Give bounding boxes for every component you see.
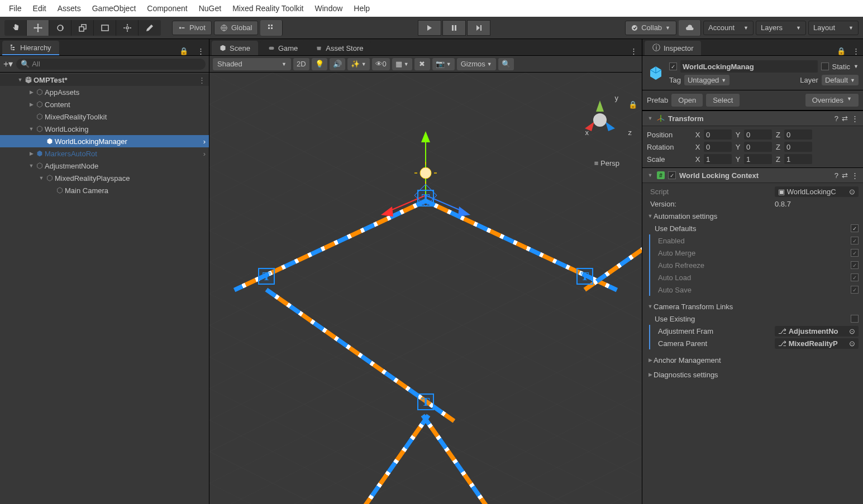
anchor-management-header[interactable]: Anchor Management <box>654 356 721 364</box>
automerge-checkbox[interactable]: ✓ <box>851 249 859 257</box>
scale-x[interactable] <box>704 154 732 164</box>
camera-toggle[interactable]: 📷▼ <box>432 58 455 70</box>
help-icon[interactable]: ? <box>835 114 838 123</box>
audio-toggle[interactable]: 🔊 <box>330 58 345 70</box>
menu-gameobject[interactable]: GameObject <box>88 2 141 15</box>
lock-icon[interactable]: 🔒 <box>175 47 193 55</box>
tree-item-playspace[interactable]: ▼MixedRealityPlayspace <box>0 172 209 184</box>
pos-z[interactable] <box>784 129 812 140</box>
pivot-toggle[interactable]: Pivot <box>172 21 212 35</box>
tools-toggle[interactable]: ✖ <box>414 58 430 70</box>
fx-toggle[interactable]: ✨▼ <box>347 58 370 70</box>
panel-menu-icon[interactable]: ⋮ <box>193 47 209 55</box>
move-tool[interactable] <box>27 20 49 36</box>
component-menu-icon[interactable]: ⋮ <box>851 171 859 180</box>
anchor-marker[interactable]: T <box>258 268 275 285</box>
scene-viewport[interactable]: T T T T y x z ≡ Persp 🔒 <box>209 73 642 504</box>
scene-root[interactable]: ▼ OMPTest* ⋮ <box>0 74 209 86</box>
cloud-button[interactable] <box>679 20 701 36</box>
move-gizmo[interactable] <box>370 128 481 240</box>
camera-links-header[interactable]: Camera Transform Links <box>654 303 733 311</box>
enabled-checkbox[interactable]: ✓ <box>851 237 859 244</box>
persp-label[interactable]: ≡ Persp <box>594 159 619 167</box>
wlc-header[interactable]: ▼ # ✓ World Locking Context ? ⇄ ⋮ <box>642 167 863 183</box>
step-button[interactable] <box>467 20 490 36</box>
script-field[interactable]: ▣ WorldLockingC⊙ <box>775 186 859 197</box>
use-defaults-checkbox[interactable]: ✓ <box>851 224 859 232</box>
menu-assets[interactable]: Assets <box>53 2 85 15</box>
play-button[interactable] <box>418 20 441 36</box>
pos-x[interactable] <box>704 129 732 140</box>
panel-menu-icon[interactable]: ⋮ <box>849 47 863 55</box>
menu-file[interactable]: File <box>4 2 26 15</box>
transform-tool[interactable] <box>116 20 139 36</box>
scale-tool[interactable] <box>71 20 94 36</box>
tree-item-mrtk[interactable]: MixedRealityToolkit <box>0 111 209 123</box>
custom-tool[interactable] <box>139 20 161 36</box>
scale-y[interactable] <box>744 154 772 164</box>
autorefreeze-checkbox[interactable]: ✓ <box>851 261 859 269</box>
tree-item-wlmanager[interactable]: WorldLockingManager› <box>0 135 209 147</box>
active-checkbox[interactable]: ✓ <box>669 63 677 70</box>
adjustment-field[interactable]: ⎇ AdjustmentNo⊙ <box>775 326 859 337</box>
tag-dropdown[interactable]: Untagged▼ <box>684 75 730 85</box>
preset-icon[interactable]: ⇄ <box>842 171 848 180</box>
layers-dropdown[interactable]: Layers▼ <box>756 21 806 35</box>
help-icon[interactable]: ? <box>835 171 838 180</box>
autosave-checkbox[interactable]: ✓ <box>851 286 859 294</box>
diagnostics-header[interactable]: Diagnostics settings <box>654 371 718 379</box>
shading-dropdown[interactable]: Shaded▼ <box>213 58 291 70</box>
anchor-marker[interactable]: T <box>417 190 434 207</box>
collab-dropdown[interactable]: Collab ▼ <box>625 21 676 35</box>
layout-dropdown[interactable]: Layout▼ <box>808 21 859 35</box>
search-scene[interactable]: 🔍 <box>498 58 514 70</box>
panel-menu-icon[interactable]: ⋮ <box>626 47 642 55</box>
tree-item-worldlocking[interactable]: ▼WorldLocking <box>0 123 209 135</box>
pause-button[interactable] <box>442 20 466 36</box>
scene-tab[interactable]: Scene <box>212 41 258 55</box>
component-menu-icon[interactable]: ⋮ <box>851 114 859 123</box>
tree-item-appassets[interactable]: ▶AppAssets <box>0 86 209 98</box>
grid-toggle[interactable]: ▦▼ <box>392 58 412 70</box>
pos-y[interactable] <box>744 129 772 140</box>
menu-window[interactable]: Window <box>311 2 347 15</box>
automation-header[interactable]: Automation settings <box>654 212 717 220</box>
static-checkbox[interactable] <box>821 63 829 70</box>
lighting-toggle[interactable]: 💡 <box>312 58 327 70</box>
rect-tool[interactable] <box>94 20 116 36</box>
tree-item-camera[interactable]: Main Camera <box>0 184 209 196</box>
prefab-overrides-dropdown[interactable]: Overrides▼ <box>805 94 859 107</box>
snap-toggle[interactable] <box>260 20 283 36</box>
component-enabled-checkbox[interactable]: ✓ <box>668 171 676 179</box>
viewport-lock-icon[interactable]: 🔒 <box>628 100 637 109</box>
hierarchy-search[interactable]: 🔍 All <box>16 59 206 70</box>
menu-mrtk[interactable]: Mixed Reality Toolkit <box>228 2 308 15</box>
gameobject-name[interactable] <box>680 60 818 73</box>
rot-x[interactable] <box>704 142 732 152</box>
menu-nuget[interactable]: NuGet <box>194 2 226 15</box>
anchor-marker[interactable]: T <box>576 268 593 285</box>
hand-tool[interactable] <box>4 20 27 36</box>
autoload-checkbox[interactable]: ✓ <box>851 273 859 281</box>
scale-z[interactable] <box>784 154 812 164</box>
menu-edit[interactable]: Edit <box>28 2 51 15</box>
visibility-toggle[interactable]: 👁0 <box>372 58 390 70</box>
menu-help[interactable]: Help <box>349 2 374 15</box>
tree-item-content[interactable]: ▶Content <box>0 98 209 111</box>
lock-icon[interactable]: 🔒 <box>833 47 849 55</box>
anchor-marker[interactable]: T <box>417 393 434 410</box>
gizmos-dropdown[interactable]: Gizmos▼ <box>457 58 496 70</box>
transform-header[interactable]: ▼ Transform ? ⇄ ⋮ <box>642 111 863 126</box>
create-button[interactable]: +▾ <box>3 59 13 69</box>
account-dropdown[interactable]: Account▼ <box>703 21 754 35</box>
prefab-select-button[interactable]: Select <box>706 94 740 107</box>
tree-item-adjustment[interactable]: ▼AdjustmentNode <box>0 160 209 172</box>
camera-parent-field[interactable]: ⎇ MixedRealityP⊙ <box>775 338 859 349</box>
preset-icon[interactable]: ⇄ <box>842 114 848 123</box>
hierarchy-tab[interactable]: Hierarchy <box>2 41 59 55</box>
menu-component[interactable]: Component <box>142 2 192 15</box>
tree-item-markers[interactable]: ▶MarkersAutoRot› <box>0 147 209 160</box>
rot-y[interactable] <box>744 142 772 152</box>
orientation-gizmo[interactable] <box>575 95 625 145</box>
2d-toggle[interactable]: 2D <box>293 58 309 70</box>
